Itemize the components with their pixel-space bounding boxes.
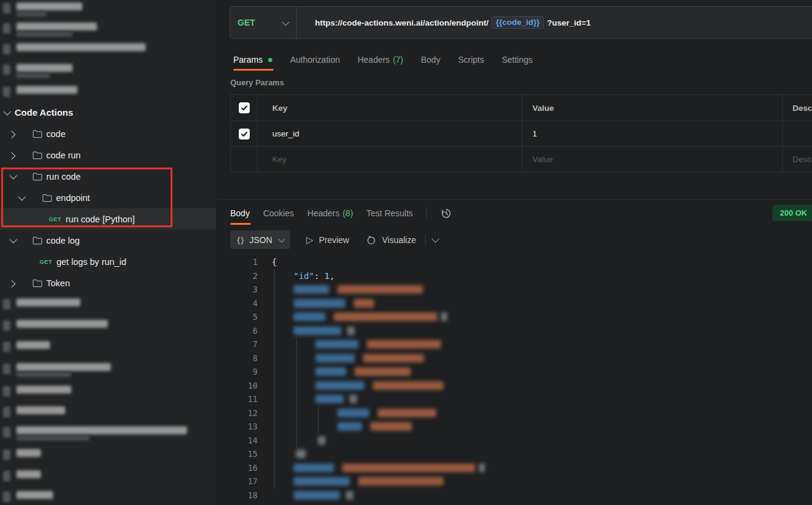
url-input[interactable]: https://code-actions.weni.ai/action/endp… bbox=[315, 16, 591, 29]
query-params-table: Key Value Description user_id 1 Key Valu… bbox=[230, 94, 812, 172]
redacted-collection-item[interactable] bbox=[0, 426, 216, 445]
tab-cookies[interactable]: Cookies bbox=[263, 208, 294, 218]
tab-scripts[interactable]: Scripts bbox=[458, 55, 484, 65]
url-variable-badge[interactable]: {{code_id}} bbox=[492, 16, 544, 29]
folder-icon bbox=[32, 236, 43, 245]
redacted-subtext-bar bbox=[16, 12, 47, 16]
redacted-collection-item[interactable] bbox=[0, 43, 216, 62]
select-all-checkbox[interactable] bbox=[239, 102, 250, 113]
redacted-text-bar bbox=[16, 320, 108, 328]
column-header-value: Value bbox=[522, 95, 782, 121]
redacted-json-key bbox=[337, 409, 369, 417]
history-button[interactable] bbox=[440, 208, 452, 219]
chevron-down-icon bbox=[18, 193, 26, 201]
line-number: 17 bbox=[217, 476, 258, 486]
response-headers-count: (8) bbox=[342, 208, 353, 218]
tab-headers-label: Headers bbox=[358, 55, 390, 65]
tab-headers[interactable]: Headers (7) bbox=[358, 55, 403, 65]
sidebar-item-code-actions[interactable]: Code Actions bbox=[0, 102, 216, 123]
redacted-collection-item[interactable] bbox=[0, 470, 216, 489]
line-content bbox=[272, 327, 355, 335]
sidebar-folder-run-code[interactable]: run code bbox=[0, 166, 216, 187]
sidebar-folder-code[interactable]: code bbox=[0, 123, 216, 144]
braces-icon: {} bbox=[237, 235, 245, 244]
sidebar-request-run-code-python[interactable]: GETrun code [Python] bbox=[0, 208, 216, 230]
key-placeholder[interactable]: Key bbox=[257, 147, 522, 172]
param-key-cell[interactable]: user_id bbox=[257, 121, 522, 146]
chevron-down-icon bbox=[278, 235, 285, 242]
sidebar-folder-code-run[interactable]: code run bbox=[0, 144, 216, 166]
redacted-text-bar bbox=[16, 43, 146, 51]
redacted-text-bar bbox=[16, 23, 97, 30]
sidebar-request-get-logs-by-run-id[interactable]: GETget logs by run_id bbox=[0, 251, 216, 272]
format-select[interactable]: {} JSON bbox=[230, 230, 290, 249]
redacted-json-value bbox=[378, 409, 436, 417]
redacted-collection-item[interactable] bbox=[0, 320, 216, 338]
redacted-collection-item[interactable] bbox=[0, 2, 216, 21]
tab-test-results[interactable]: Test Results bbox=[367, 208, 413, 218]
redacted-icon bbox=[3, 65, 10, 75]
redacted-icon bbox=[3, 492, 10, 502]
tab-authorization-label: Authorization bbox=[290, 55, 340, 65]
redacted-text-bar bbox=[16, 491, 53, 499]
code-line: 14 bbox=[217, 434, 812, 448]
request-tabs: Params Authorization Headers (7) Body Sc… bbox=[233, 49, 532, 71]
redacted-json-key bbox=[294, 299, 345, 308]
tab-scripts-label: Scripts bbox=[458, 55, 484, 65]
visualize-wand-icon bbox=[365, 235, 376, 245]
tab-body[interactable]: Body bbox=[421, 55, 440, 65]
line-number: 5 bbox=[217, 312, 258, 322]
tab-response-body[interactable]: Body bbox=[230, 208, 250, 218]
redacted-collection-item[interactable] bbox=[0, 449, 216, 467]
more-formats-button[interactable] bbox=[432, 237, 437, 242]
param-desc-cell[interactable] bbox=[782, 121, 812, 146]
desc-placeholder[interactable]: Description bbox=[782, 147, 812, 172]
headers-count: (7) bbox=[393, 55, 403, 65]
redacted-collection-item[interactable] bbox=[0, 64, 216, 82]
redacted-json-key bbox=[294, 313, 325, 321]
token-num: 1 bbox=[325, 271, 330, 281]
folder-label: run code bbox=[46, 172, 80, 182]
redacted-icon bbox=[3, 427, 10, 437]
line-number: 14 bbox=[217, 436, 258, 445]
sidebar-folder-endpoint[interactable]: endpoint bbox=[0, 187, 216, 208]
line-content bbox=[272, 313, 447, 321]
redacted-collection-item[interactable] bbox=[0, 406, 216, 425]
redacted-collection-item[interactable] bbox=[0, 386, 216, 404]
response-body-viewer[interactable]: 1{2"id": 1,3456789101112131415161718 bbox=[217, 255, 812, 505]
line-number: 11 bbox=[217, 394, 258, 404]
param-value-cell[interactable]: 1 bbox=[522, 121, 782, 146]
redacted-collection-item[interactable] bbox=[0, 298, 216, 317]
redacted-collection-item[interactable] bbox=[0, 23, 216, 41]
active-response-tab-underline bbox=[230, 223, 251, 225]
tab-authorization[interactable]: Authorization bbox=[290, 55, 340, 65]
visualize-button[interactable]: Visualize bbox=[365, 235, 416, 245]
redacted-collection-item[interactable] bbox=[0, 363, 216, 381]
url-prefix: https://code-actions.weni.ai/action/endp… bbox=[315, 18, 489, 27]
table-placeholder-row: Key Value Description bbox=[231, 146, 812, 172]
value-placeholder[interactable]: Value bbox=[522, 147, 782, 172]
preview-button[interactable]: ▷ Preview bbox=[306, 235, 349, 245]
url-suffix: ?user_id=1 bbox=[547, 18, 591, 27]
line-content: { bbox=[272, 257, 277, 267]
line-number: 7 bbox=[217, 339, 258, 349]
request-label: run code [Python] bbox=[66, 214, 135, 224]
redacted-collection-item[interactable] bbox=[0, 491, 216, 505]
tab-settings[interactable]: Settings bbox=[502, 55, 533, 65]
sidebar-folder-token[interactable]: Token bbox=[0, 272, 216, 294]
redacted-json-punct bbox=[479, 464, 485, 472]
chevron-down-icon bbox=[282, 18, 290, 26]
folder-icon bbox=[32, 278, 43, 288]
row-checkbox[interactable] bbox=[239, 129, 250, 139]
sidebar-folder-code-log[interactable]: code log bbox=[0, 230, 216, 251]
redacted-icon bbox=[3, 87, 10, 97]
tab-response-headers[interactable]: Headers (8) bbox=[308, 208, 353, 218]
tab-cookies-label: Cookies bbox=[263, 208, 294, 218]
redacted-json-value bbox=[367, 340, 441, 348]
method-select[interactable]: GET bbox=[230, 7, 296, 38]
divider bbox=[296, 6, 297, 39]
chevron-down-icon bbox=[4, 108, 12, 116]
redacted-collection-item[interactable] bbox=[0, 341, 216, 359]
tab-params[interactable]: Params bbox=[233, 55, 272, 65]
code-line: 12 bbox=[217, 406, 812, 420]
